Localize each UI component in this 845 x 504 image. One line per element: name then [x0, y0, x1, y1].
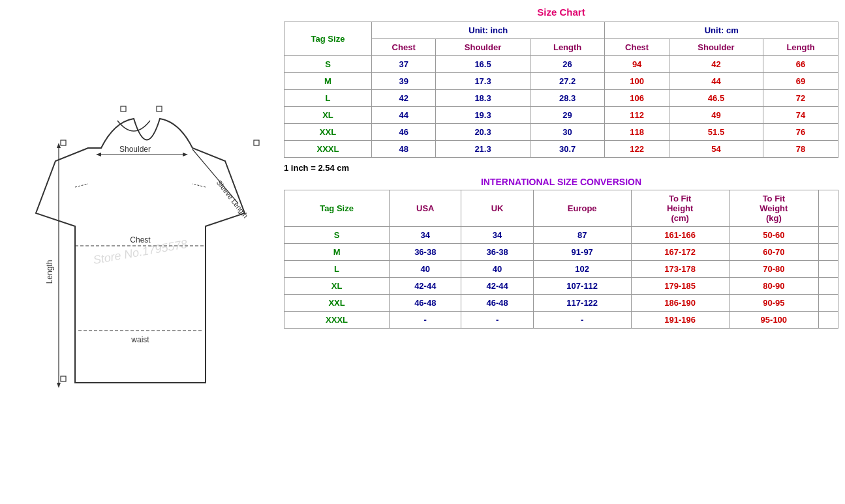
table-row: XXXL 48 21.3 30.7 122 54 78	[284, 141, 838, 158]
intl-tag-cell: XL	[284, 278, 390, 295]
table-row: XL 42-44 42-44 107-112 179-185 80-90	[284, 278, 838, 295]
shoulder-inch-col: Shoulder	[436, 39, 530, 56]
height-cell: 161-166	[631, 227, 729, 244]
tshirt-diagram-panel: Shoulder Sleeve Length Chest Length wais…	[0, 0, 281, 504]
svg-text:Chest: Chest	[130, 235, 151, 245]
chest-inch-cell: 39	[372, 73, 436, 90]
svg-rect-20	[157, 106, 162, 111]
uk-cell: 40	[461, 261, 533, 278]
svg-rect-17	[61, 376, 66, 381]
tag-size-cell: L	[284, 90, 372, 107]
shoulder-inch-cell: 18.3	[436, 90, 530, 107]
chest-cm-cell: 122	[605, 141, 669, 158]
svg-marker-12	[57, 383, 61, 388]
weight-col: To FitWeight(kg)	[729, 190, 818, 227]
length-cm-cell: 69	[763, 73, 838, 90]
chest-cm-cell: 112	[605, 107, 669, 124]
length-cm-cell: 72	[763, 90, 838, 107]
usa-cell: 36-38	[390, 244, 461, 261]
height-cell: 173-178	[631, 261, 729, 278]
uk-cell: -	[461, 312, 533, 329]
length-inch-cell: 28.3	[530, 90, 605, 107]
europe-cell: 107-112	[533, 278, 631, 295]
shoulder-inch-cell: 21.3	[436, 141, 530, 158]
europe-cell: -	[533, 312, 631, 329]
table-row: XXL 46 20.3 30 118 51.5 76	[284, 124, 838, 141]
weight-cell: 50-60	[729, 227, 818, 244]
shoulder-inch-cell: 16.5	[436, 56, 530, 73]
uk-cell: 36-38	[461, 244, 533, 261]
height-cell: 186-190	[631, 295, 729, 312]
chest-inch-cell: 48	[372, 141, 436, 158]
length-cm-cell: 66	[763, 56, 838, 73]
length-cm-cell: 74	[763, 107, 838, 124]
svg-text:Length: Length	[45, 259, 54, 284]
intl-tag-cell: L	[284, 261, 390, 278]
chest-inch-cell: 44	[372, 107, 436, 124]
shoulder-inch-cell: 20.3	[436, 124, 530, 141]
shoulder-cm-cell: 54	[669, 141, 763, 158]
svg-text:waist: waist	[131, 335, 149, 344]
shoulder-cm-cell: 49	[669, 107, 763, 124]
shoulder-inch-cell: 17.3	[436, 73, 530, 90]
size-chart-table: Tag Size Unit: inch Unit: cm Chest Shoul…	[284, 22, 838, 158]
table-row: S 37 16.5 26 94 42 66	[284, 56, 838, 73]
unit-cm-header: Unit: cm	[605, 22, 838, 39]
intl-tag-cell: XXL	[284, 295, 390, 312]
table-row: S 34 34 87 161-166 50-60	[284, 227, 838, 244]
height-cell: 191-196	[631, 312, 729, 329]
shoulder-cm-cell: 44	[669, 73, 763, 90]
europe-cell: 102	[533, 261, 631, 278]
uk-cell: 34	[461, 227, 533, 244]
weight-cell: 80-90	[729, 278, 818, 295]
tag-size-cell: XL	[284, 107, 372, 124]
size-chart-title: Size Chart	[284, 7, 838, 18]
uk-col: UK	[461, 190, 533, 227]
height-cell: 167-172	[631, 244, 729, 261]
weight-cell: 60-70	[729, 244, 818, 261]
shoulder-cm-cell: 51.5	[669, 124, 763, 141]
chest-cm-col: Chest	[605, 39, 669, 56]
usa-cell: 42-44	[390, 278, 461, 295]
intl-tag-cell: S	[284, 227, 390, 244]
empty-cell	[819, 278, 838, 295]
length-inch-cell: 30.7	[530, 141, 605, 158]
intl-tag-size-header: Tag Size	[284, 190, 390, 227]
shoulder-cm-cell: 42	[669, 56, 763, 73]
europe-cell: 91-97	[533, 244, 631, 261]
chest-cm-cell: 118	[605, 124, 669, 141]
height-cell: 179-185	[631, 278, 729, 295]
svg-text:Shoulder: Shoulder	[119, 145, 151, 154]
table-row: XXL 46-48 46-48 117-122 186-190 90-95	[284, 295, 838, 312]
svg-line-0	[75, 184, 88, 187]
uk-cell: 42-44	[461, 278, 533, 295]
chest-cm-cell: 94	[605, 56, 669, 73]
svg-line-1	[192, 184, 206, 187]
empty-cell	[819, 295, 838, 312]
table-row: XL 44 19.3 29 112 49 74	[284, 107, 838, 124]
length-cm-cell: 76	[763, 124, 838, 141]
svg-rect-19	[121, 106, 126, 111]
europe-cell: 117-122	[533, 295, 631, 312]
chest-inch-cell: 46	[372, 124, 436, 141]
intl-conversion-table: Tag Size USA UK Europe To FitHeight(cm) …	[284, 190, 838, 329]
empty-cell	[819, 244, 838, 261]
table-row: XXXL - - - 191-196 95-100	[284, 312, 838, 329]
intl-tag-cell: M	[284, 244, 390, 261]
usa-cell: -	[390, 312, 461, 329]
length-inch-cell: 29	[530, 107, 605, 124]
uk-cell: 46-48	[461, 295, 533, 312]
svg-text:Sleeve Length: Sleeve Length	[215, 178, 250, 219]
europe-cell: 87	[533, 227, 631, 244]
height-col: To FitHeight(cm)	[631, 190, 729, 227]
europe-col: Europe	[533, 190, 631, 227]
tag-size-cell: M	[284, 73, 372, 90]
length-inch-col: Length	[530, 39, 605, 56]
table-row: L 40 40 102 173-178 70-80	[284, 261, 838, 278]
empty-cell	[819, 312, 838, 329]
chest-cm-cell: 100	[605, 73, 669, 90]
length-cm-cell: 78	[763, 141, 838, 158]
usa-cell: 40	[390, 261, 461, 278]
chest-cm-cell: 106	[605, 90, 669, 107]
usa-col: USA	[390, 190, 461, 227]
